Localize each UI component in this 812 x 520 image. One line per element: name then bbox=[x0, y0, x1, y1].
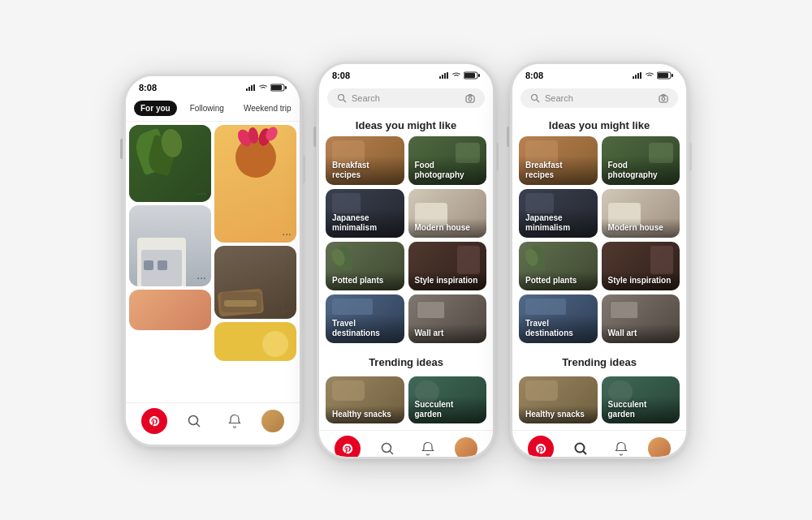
svg-rect-24 bbox=[635, 75, 637, 79]
idea-modern-house-3[interactable]: Modern house bbox=[602, 189, 680, 238]
camera-icon-3[interactable] bbox=[659, 93, 668, 103]
idea-label-potted-2: Potted plants bbox=[326, 271, 404, 290]
idea-label-wall-3: Wall art bbox=[602, 324, 680, 343]
trend-snacks-3[interactable]: Healthy snacks bbox=[519, 376, 598, 423]
search-bar-2[interactable]: Search bbox=[327, 88, 485, 108]
svg-line-17 bbox=[343, 100, 346, 102]
svg-rect-1 bbox=[248, 87, 250, 91]
svg-rect-5 bbox=[271, 85, 282, 90]
idea-label-travel-3: Travel destinations bbox=[519, 314, 598, 343]
search-icon-3 bbox=[530, 93, 540, 103]
svg-rect-18 bbox=[466, 96, 474, 102]
search-nav-icon-2 bbox=[380, 441, 395, 456]
pinterest-logo-3 bbox=[535, 443, 546, 454]
avatar-nav-btn-1[interactable] bbox=[261, 410, 284, 432]
svg-rect-32 bbox=[659, 96, 667, 102]
svg-rect-14 bbox=[464, 73, 475, 78]
more-dots-3[interactable]: ··· bbox=[282, 228, 292, 239]
ideas-grid-2: Breakfast recipes Food photography Japan… bbox=[319, 136, 493, 343]
phone-search-1: 8:08 bbox=[317, 62, 495, 459]
idea-potted-2[interactable]: Potted plants bbox=[326, 242, 404, 290]
idea-food-photo-2[interactable]: Food photography bbox=[408, 136, 487, 185]
idea-japanese-2[interactable]: Japanese minimalism bbox=[326, 189, 404, 238]
idea-potted-3[interactable]: Potted plants bbox=[519, 242, 598, 290]
svg-point-30 bbox=[532, 94, 538, 100]
idea-label-japanese-3: Japanese minimalism bbox=[519, 208, 598, 238]
idea-breakfast-3[interactable]: Breakfast recipes bbox=[519, 136, 598, 185]
bell-nav-btn-1[interactable] bbox=[222, 408, 248, 434]
more-dots-4[interactable]: ··· bbox=[282, 304, 292, 316]
tab-for-you[interactable]: For you bbox=[134, 101, 177, 116]
masonry-item-yellow[interactable] bbox=[214, 322, 296, 361]
tab-following[interactable]: Following bbox=[184, 101, 231, 116]
phone-inner-2: 8:08 bbox=[319, 64, 493, 457]
svg-point-7 bbox=[189, 416, 198, 425]
pinterest-logo-2 bbox=[342, 443, 353, 454]
bell-nav-btn-3[interactable] bbox=[608, 436, 634, 457]
more-dots-2[interactable]: ··· bbox=[197, 272, 206, 283]
bell-nav-icon-1 bbox=[228, 414, 241, 428]
status-time-3: 8:08 bbox=[525, 71, 543, 80]
wifi-icon-1 bbox=[258, 84, 268, 91]
ideas-title-3: Ideas you might like bbox=[512, 113, 686, 136]
tab-weekend-trip[interactable]: Weekend trip bbox=[237, 101, 298, 116]
svg-rect-28 bbox=[658, 73, 668, 78]
bell-nav-btn-2[interactable] bbox=[415, 436, 441, 457]
idea-japanese-3[interactable]: Japanese minimalism bbox=[519, 189, 598, 238]
search-nav-btn-3[interactable] bbox=[568, 436, 594, 457]
pinterest-nav-btn-2[interactable] bbox=[335, 436, 361, 457]
svg-rect-29 bbox=[672, 74, 673, 77]
masonry-col-1: ··· ··· bbox=[129, 125, 211, 402]
idea-food-photo-3[interactable]: Food photography bbox=[602, 136, 680, 185]
idea-travel-2[interactable]: Travel destinations bbox=[326, 294, 404, 343]
status-icons-1 bbox=[246, 84, 287, 92]
idea-modern-house-2[interactable]: Modern house bbox=[408, 189, 487, 238]
idea-travel-3[interactable]: Travel destinations bbox=[519, 294, 598, 343]
svg-line-31 bbox=[537, 100, 539, 102]
idea-label-modern-house-2: Modern house bbox=[408, 218, 487, 238]
idea-label-wall-2: Wall art bbox=[408, 324, 487, 343]
trend-label-succulent-2: Succulent garden bbox=[408, 396, 487, 423]
idea-style-2[interactable]: Style inspiration bbox=[408, 242, 487, 290]
wifi-icon-3 bbox=[645, 72, 654, 79]
status-bar-1: 8:08 bbox=[126, 76, 300, 96]
search-input-2[interactable]: Search bbox=[352, 93, 460, 103]
idea-label-food-photo-2: Food photography bbox=[408, 156, 487, 185]
trend-succulent-2[interactable]: Succulent garden bbox=[408, 376, 487, 423]
avatar-nav-btn-3[interactable] bbox=[648, 437, 671, 457]
svg-point-16 bbox=[339, 94, 344, 100]
svg-rect-0 bbox=[246, 88, 248, 91]
svg-line-8 bbox=[197, 423, 200, 427]
trend-succulent-3[interactable]: Succulent garden bbox=[602, 376, 680, 423]
more-dots-1[interactable]: ··· bbox=[197, 187, 206, 199]
search-bar-3[interactable]: Search bbox=[520, 88, 678, 108]
masonry-item-food[interactable]: ··· bbox=[214, 246, 296, 319]
search-input-3[interactable]: Search bbox=[545, 93, 654, 103]
masonry-item-pink[interactable] bbox=[129, 290, 211, 330]
trend-label-succulent-3: Succulent garden bbox=[602, 396, 680, 423]
svg-rect-6 bbox=[285, 86, 287, 89]
trend-label-snacks-2: Healthy snacks bbox=[326, 406, 404, 423]
idea-wall-3[interactable]: Wall art bbox=[602, 294, 680, 343]
idea-style-3[interactable]: Style inspiration bbox=[602, 242, 680, 290]
search-nav-btn-1[interactable] bbox=[181, 408, 207, 434]
idea-wall-2[interactable]: Wall art bbox=[408, 294, 487, 343]
trend-snacks-2[interactable]: Healthy snacks bbox=[326, 376, 404, 423]
masonry-item-leaves[interactable]: ··· bbox=[129, 125, 211, 202]
bell-nav-icon-3 bbox=[615, 441, 628, 456]
avatar-nav-btn-2[interactable] bbox=[455, 437, 477, 457]
pinterest-nav-btn-1[interactable] bbox=[141, 408, 167, 434]
masonry-item-arch[interactable]: ··· bbox=[129, 205, 211, 286]
pinterest-nav-btn-3[interactable] bbox=[528, 436, 554, 457]
camera-icon-2[interactable] bbox=[465, 93, 475, 103]
search-nav-btn-2[interactable] bbox=[374, 436, 400, 457]
idea-label-breakfast-3: Breakfast recipes bbox=[519, 156, 598, 185]
status-time-2: 8:08 bbox=[332, 71, 350, 80]
idea-breakfast-2[interactable]: Breakfast recipes bbox=[326, 136, 404, 185]
signal-icon bbox=[246, 84, 256, 91]
svg-rect-11 bbox=[444, 73, 446, 79]
svg-rect-3 bbox=[253, 84, 255, 91]
status-time-1: 8:08 bbox=[139, 83, 157, 92]
masonry-item-woman[interactable]: ··· bbox=[214, 125, 296, 243]
phone-shell-2: 8:08 bbox=[317, 62, 495, 459]
